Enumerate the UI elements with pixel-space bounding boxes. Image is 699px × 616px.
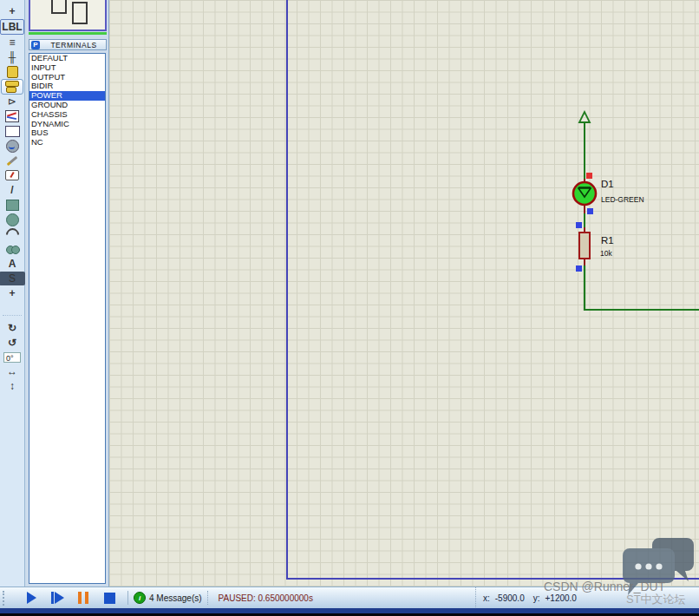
coord-x-label: x: <box>483 593 490 603</box>
svg-text:R1: R1 <box>601 235 614 246</box>
watermark-forum: ST中文论坛 <box>626 592 686 607</box>
terminals-list[interactable]: DEFAULT INPUT OUTPUT BIDIR POWER GROUND … <box>29 53 106 584</box>
object-selector-panel: P TERMINALS DEFAULT INPUT OUTPUT BIDIR P… <box>25 0 108 587</box>
junction-dot-icon[interactable]: + <box>2 4 23 18</box>
terminal-option-nc[interactable]: NC <box>29 138 105 147</box>
mode-toolbar-rotate: ↻ ↺ <box>0 321 24 351</box>
schematic-circuit: D1 LED-GREEN R1 10k <box>109 0 699 587</box>
play-button[interactable] <box>18 590 44 606</box>
mode-toolbar-main: + LBL ≡ ╫ <box>0 4 24 301</box>
overview-part-rect <box>51 0 67 14</box>
generator-icon[interactable] <box>2 139 23 153</box>
coord-x-value: -5900.0 <box>495 593 525 603</box>
rotate-anticlockwise-icon[interactable]: ↺ <box>2 336 23 350</box>
statusbar-grip <box>3 591 8 606</box>
voltage-probe-icon[interactable] <box>2 154 23 167</box>
toolbar-separator <box>3 301 22 316</box>
device-pin-icon[interactable]: ⊳ <box>2 95 23 108</box>
mode-toolbar-flip: ↔ ↕ <box>0 364 24 394</box>
step-button[interactable] <box>44 590 70 606</box>
flip-vertical-icon[interactable]: ↕ <box>2 379 23 393</box>
2d-marker-icon[interactable]: + <box>2 286 23 300</box>
sheet-border <box>287 0 699 579</box>
voltage-indicator-blue <box>576 222 582 228</box>
object-selector-title: TERMINALS <box>42 41 106 49</box>
component-r1-resistor[interactable]: R1 10k <box>579 227 614 265</box>
2d-path-icon[interactable] <box>2 242 23 256</box>
terminal-option-chassis[interactable]: CHASSIS <box>29 110 105 120</box>
simulation-status: PAUSED: 0.650000000s <box>219 593 313 603</box>
rotation-angle-field[interactable]: 0° <box>3 352 21 363</box>
voltage-indicator-blue <box>587 208 593 214</box>
2d-line-icon[interactable]: / <box>2 183 23 197</box>
play-icon <box>27 592 36 604</box>
2d-text-icon[interactable]: A <box>2 257 23 271</box>
step-icon <box>55 592 64 604</box>
overview-part-rect <box>72 2 88 24</box>
2d-circle-icon[interactable] <box>2 213 23 226</box>
terminals-icon[interactable] <box>2 80 23 94</box>
coord-y-value: +1200.0 <box>545 593 576 603</box>
message-count: 4 Message(s) <box>149 593 202 603</box>
coord-y-label: y: <box>533 593 540 603</box>
component-d1-led[interactable]: D1 LED-GREEN <box>573 179 644 213</box>
2d-box-icon[interactable] <box>2 198 23 212</box>
message-log-button[interactable]: i 4 Message(s) <box>134 592 202 604</box>
proteus-isis-window: + LBL ≡ ╫ <box>0 0 699 616</box>
object-selector-header: P TERMINALS <box>29 39 107 50</box>
pick-devices-icon[interactable]: P <box>31 41 40 49</box>
svg-text:10k: 10k <box>600 249 612 258</box>
buses-icon[interactable]: ╫ <box>2 50 23 64</box>
schematic-overview[interactable] <box>29 0 107 31</box>
window-bottom-edge <box>0 608 699 616</box>
terminal-option-input[interactable]: INPUT <box>29 63 105 73</box>
tape-recorder-icon[interactable] <box>2 124 23 138</box>
2d-symbol-icon[interactable]: S <box>0 272 25 285</box>
flip-horizontal-icon[interactable]: ↔ <box>2 364 23 378</box>
svg-text:LED-GREEN: LED-GREEN <box>601 195 644 204</box>
voltage-indicator-blue <box>576 265 582 272</box>
voltage-indicator-red <box>586 173 592 179</box>
rotate-clockwise-icon[interactable]: ↻ <box>2 321 23 335</box>
info-icon: i <box>134 592 146 604</box>
stop-button[interactable] <box>96 590 122 606</box>
wire-label-icon[interactable]: LBL <box>0 19 24 35</box>
schematic-canvas[interactable]: D1 LED-GREEN R1 10k <box>108 0 699 587</box>
pause-icon <box>85 592 88 604</box>
graph-icon[interactable] <box>2 109 23 123</box>
power-terminal[interactable] <box>579 112 590 122</box>
2d-arc-icon[interactable] <box>2 227 23 241</box>
statusbar-separator <box>207 591 210 605</box>
svg-text:D1: D1 <box>601 179 614 189</box>
overview-underline <box>29 32 107 35</box>
stop-icon <box>104 593 115 604</box>
subcircuit-icon[interactable] <box>2 65 23 79</box>
pause-button[interactable] <box>70 590 96 606</box>
current-probe-icon[interactable] <box>2 168 23 182</box>
statusbar-separator <box>127 591 128 605</box>
wire[interactable] <box>585 265 699 310</box>
text-script-icon[interactable]: ≡ <box>2 36 23 49</box>
simulation-controls <box>18 590 122 606</box>
mode-toolbar: + LBL ≡ ╫ <box>0 0 25 587</box>
